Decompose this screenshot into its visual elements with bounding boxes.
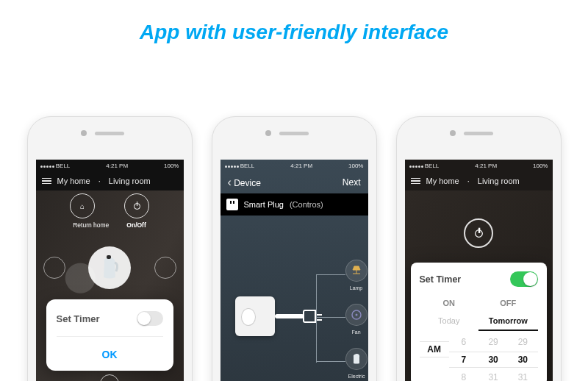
kettle-icon: [351, 353, 362, 365]
device-brand: (Contros): [290, 200, 323, 209]
phone-center: BELL 4:21 PM 100% ‹ Device Next Smart Pl…: [212, 116, 377, 381]
plug-icon: [226, 199, 238, 210]
ok-button[interactable]: OK: [57, 336, 163, 371]
set-timer-popup: Set Timer OK: [46, 299, 173, 371]
time-picker[interactable]: AM 6 7 8 29 30 31 29 30: [420, 331, 538, 381]
location-room[interactable]: Living room: [109, 177, 151, 185]
phone-camera: [265, 130, 271, 136]
lamp-icon: [351, 265, 362, 277]
device-header[interactable]: Smart Plug (Contros): [220, 193, 368, 216]
screen-center: BELL 4:21 PM 100% ‹ Device Next Smart Pl…: [220, 160, 368, 381]
location-home[interactable]: My home: [57, 177, 90, 185]
power-icon: [134, 203, 140, 210]
power-button[interactable]: [124, 193, 149, 218]
home-icon: ⌂: [80, 202, 85, 210]
day-tabs: Today Tomorrow: [420, 312, 538, 331]
tab-tomorrow[interactable]: Tomorrow: [478, 312, 538, 331]
phone-speaker: [464, 132, 493, 135]
phone-camera: [81, 130, 87, 136]
location-home[interactable]: My home: [426, 177, 459, 185]
menu-icon[interactable]: [411, 178, 420, 185]
phone-speaker: [95, 132, 124, 135]
device-kettle[interactable]: Electric kettle: [345, 348, 368, 381]
timer-toggle[interactable]: [137, 311, 163, 326]
page-headline: App with user-friendly interface: [0, 0, 588, 60]
location-room[interactable]: Living room: [478, 177, 520, 185]
phone-left: BELL 4:21 PM 100% My home · Living room …: [27, 116, 193, 381]
quick-actions: ⌂: [36, 193, 184, 218]
screen-right: BELL 4:21 PM 100% My home · Living room …: [405, 160, 553, 381]
phone-camera: [450, 130, 456, 136]
fan-icon: [351, 309, 362, 321]
status-bar: BELL 4:21 PM 100%: [36, 160, 184, 171]
phone-speaker: [279, 132, 309, 135]
timer-icon-left[interactable]: [43, 257, 65, 279]
timer-toggle[interactable]: [510, 271, 538, 287]
cable-icon: [275, 314, 304, 318]
set-timer-panel: Set Timer ON OFF Today Tomorrow AM: [411, 263, 547, 381]
svg-point-2: [355, 314, 357, 316]
kettle-icon: [98, 255, 121, 280]
wall-socket: [235, 296, 275, 336]
device-fan[interactable]: Fan: [345, 304, 368, 335]
popup-title: Set Timer: [57, 313, 100, 324]
device-kettle[interactable]: [88, 246, 131, 289]
plug-prong-icon: [303, 310, 316, 323]
power-icon: [475, 229, 483, 238]
status-bar: BELL 4:21 PM 100%: [220, 160, 368, 171]
nav-row: My home · Living room: [36, 171, 184, 190]
hour-column[interactable]: 6 7 8: [449, 337, 478, 381]
ampm-column[interactable]: AM: [420, 337, 449, 381]
return-home-button[interactable]: ⌂: [70, 193, 95, 218]
next-button[interactable]: Next: [343, 177, 361, 188]
nav-bar: ‹ Device Next: [220, 171, 368, 193]
screen-left: BELL 4:21 PM 100% My home · Living room …: [36, 160, 184, 381]
second-column[interactable]: 29 30 31: [508, 337, 537, 381]
connection-diagram: Lamp Fan Electric kettle: [220, 216, 368, 377]
device-lamp[interactable]: Lamp: [345, 260, 368, 291]
hourglass-icon-right[interactable]: [154, 257, 176, 279]
device-name: Smart Plug: [244, 200, 284, 209]
phone-row: BELL 4:21 PM 100% My home · Living room …: [0, 116, 588, 381]
menu-icon[interactable]: [42, 178, 51, 185]
status-bar: BELL 4:21 PM 100%: [405, 160, 553, 171]
back-button[interactable]: ‹ Device: [228, 176, 261, 189]
svg-rect-0: [107, 255, 111, 259]
tab-today[interactable]: Today: [420, 312, 479, 331]
more-section: More: [36, 374, 184, 381]
minute-column[interactable]: 29 30 31: [478, 337, 508, 381]
more-button[interactable]: [100, 374, 119, 381]
on-off-tabs: ON OFF: [420, 294, 538, 312]
tab-off[interactable]: OFF: [478, 294, 538, 312]
power-button[interactable]: [464, 218, 493, 248]
quick-action-labels: Return home On/Off: [36, 221, 184, 229]
tab-on[interactable]: ON: [420, 294, 479, 312]
panel-title: Set Timer: [420, 274, 462, 285]
phone-right: BELL 4:21 PM 100% My home · Living room …: [396, 116, 562, 381]
chevron-left-icon: ‹: [228, 176, 232, 188]
nav-row: My home · Living room: [405, 171, 553, 190]
